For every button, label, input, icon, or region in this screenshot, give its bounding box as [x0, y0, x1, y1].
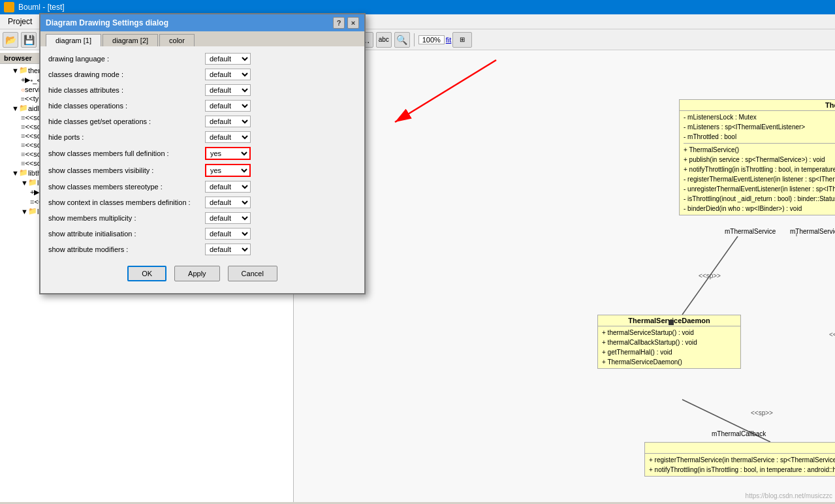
row-stereotype: show classes members stereotype : defaul… [48, 181, 356, 193]
title-bar: Bouml - [test] [0, 0, 835, 14]
expand-icon-2: +▶ [21, 76, 30, 84]
row-multiplicity: show members multiplicity : default [48, 212, 356, 224]
row-classes-drawing-mode: classes drawing mode : default [48, 69, 356, 80]
select-classes-drawing-mode[interactable]: default [205, 69, 251, 80]
expand-icon-ltc3: ▼ [21, 208, 28, 215]
folder-icon-ltc: 📁 [19, 168, 28, 177]
class-body-tc: + registerThermalService(in thermalServi… [645, 454, 835, 476]
expand-icon: ▼ [12, 67, 19, 74]
folder-icon-aidl: 📁 [19, 104, 28, 112]
select-hide-operations[interactable]: default [205, 100, 251, 112]
row-modifiers: show attribute modifiers : default [48, 244, 356, 255]
expand-icon-aidl: ▼ [12, 104, 19, 112]
class-header-tc: ThermalCallback [645, 443, 835, 454]
dialog-tab-3[interactable]: color [159, 34, 195, 46]
class-body-thermalservice: - mListenersLock : Mutex - mListeners : … [680, 111, 835, 215]
row-hide-getset: hide classes get/set operations : defaul… [48, 116, 356, 127]
dialog: Diagram Drawing Settings dialog ? × diag… [39, 13, 366, 294]
svg-line-7 [395, 60, 496, 122]
select-full-definition[interactable]: yes no default [205, 147, 251, 160]
dialog-tabs: diagram [1] diagram [2] color [40, 31, 364, 46]
label-full-definition: show classes members full definition : [48, 150, 205, 157]
class-body-tsd: + thermalServiceStartup() : void + therm… [598, 326, 740, 368]
conn-dot-tsd [669, 320, 674, 325]
row-visibility: show classes members visibility : yes no… [48, 164, 356, 177]
watermark: https://blog.csdn.net/musiczzc [746, 492, 832, 499]
label-hide-getset: hide classes get/set operations : [48, 118, 205, 125]
label-drawing-language: drawing language : [48, 55, 205, 63]
expand-icon-tc: +▶ [30, 188, 39, 197]
row-drawing-language: drawing language : default [48, 53, 356, 65]
annotation-mts1: mThermalService [725, 228, 776, 235]
label-visibility: show classes members visibility : [48, 166, 205, 174]
select-initialisation[interactable]: default [205, 228, 251, 240]
diagram-canvas[interactable]: mThermalService mThermalService <<sp>> <… [294, 50, 835, 502]
annotation-sp3: <<sp>> [751, 409, 773, 417]
dialog-buttons: OK Apply Cancel [48, 259, 356, 287]
search-tool[interactable]: 🔍 [394, 32, 410, 48]
dialog-tab-2[interactable]: diagram [2] [102, 34, 158, 46]
uml-class-thermalcallback[interactable]: ThermalCallback + registerThermalService… [644, 442, 835, 477]
label-hide-attributes: hide classes attributes : [48, 86, 205, 94]
select-modifiers[interactable]: default [205, 244, 251, 255]
select-hide-getset[interactable]: default [205, 116, 251, 127]
label-hide-ports: hide ports : [48, 133, 205, 141]
annotation-mtc: mThermalCallback [712, 430, 766, 437]
zoom-control: fit ⊞ [418, 32, 473, 48]
label-modifiers: show attribute modifiers : [48, 245, 205, 253]
ok-button[interactable]: OK [127, 266, 166, 281]
select-drawing-language[interactable]: default [205, 53, 251, 65]
expand-icon-ltc: ▼ [12, 169, 19, 177]
dialog-titlebar: Diagram Drawing Settings dialog ? × [40, 14, 364, 31]
select-visibility[interactable]: yes no default [205, 164, 251, 177]
row-full-definition: show classes members full definition : y… [48, 147, 356, 160]
annotation-sp1: <<sp>> [699, 272, 721, 279]
fit-button[interactable]: ⊞ [452, 32, 472, 48]
main-layout: browser ▼ 📁 thermalservice +▶ • _<genera… [0, 50, 835, 502]
text-tool[interactable]: abc [376, 32, 392, 48]
app-title: Bouml - [test] [18, 3, 65, 12]
dialog-content: drawing language : default classes drawi… [40, 46, 364, 293]
dialog-tab-1[interactable]: diagram [1] [46, 34, 101, 46]
row-hide-ports: hide ports : default [48, 131, 356, 143]
select-hide-ports[interactable]: default [205, 131, 251, 143]
zoom-input[interactable] [418, 35, 445, 44]
row-hide-operations: hide classes operations : default [48, 100, 356, 112]
dialog-close-btn[interactable]: × [347, 17, 359, 29]
dialog-title: Diagram Drawing Settings dialog [46, 18, 168, 27]
dialog-titlebar-buttons: ? × [333, 17, 359, 29]
save-button[interactable]: 💾 [21, 32, 37, 48]
select-stereotype[interactable]: default [205, 181, 251, 193]
label-stereotype: show classes members stereotype : [48, 183, 205, 191]
cancel-button[interactable]: Cancel [228, 266, 277, 281]
dialog-help-btn[interactable]: ? [333, 17, 345, 29]
open-button[interactable]: 📂 [3, 32, 18, 48]
folder-icon-ltc3: 📁 [28, 207, 37, 215]
select-context[interactable]: default [205, 197, 251, 208]
select-multiplicity[interactable]: default [205, 212, 251, 224]
expand-icon-ltc2: ▼ [21, 179, 28, 187]
label-context: show context in classes members definiti… [48, 198, 205, 206]
folder-icon: 📁 [19, 66, 28, 74]
label-multiplicity: show members multiplicity : [48, 214, 205, 222]
row-context: show context in classes members definiti… [48, 197, 356, 208]
uml-class-thermalservice[interactable]: ThermalService - mListenersLock : Mutex … [679, 99, 835, 215]
menu-project[interactable]: Project [3, 16, 37, 27]
annotation-mts2: mThermalService [790, 228, 835, 235]
annotation-sp2: <<sp>> [829, 331, 835, 338]
apply-button[interactable]: Apply [174, 266, 220, 281]
app-icon [4, 2, 14, 12]
label-classes-drawing-mode: classes drawing mode : [48, 71, 205, 78]
row-initialisation: show attribute initialisation : default [48, 228, 356, 240]
row-hide-attributes: hide classes attributes : default [48, 84, 356, 96]
toolbar-sep-3 [414, 33, 415, 46]
label-initialisation: show attribute initialisation : [48, 230, 205, 238]
tree-label-aidl: aidl [28, 104, 39, 112]
label-hide-operations: hide classes operations : [48, 102, 205, 110]
folder-icon-ltc2: 📁 [28, 178, 37, 187]
select-hide-attributes[interactable]: default [205, 84, 251, 96]
fit-label[interactable]: fit [446, 36, 452, 44]
class-header-thermalservice: ThermalService [680, 100, 835, 111]
